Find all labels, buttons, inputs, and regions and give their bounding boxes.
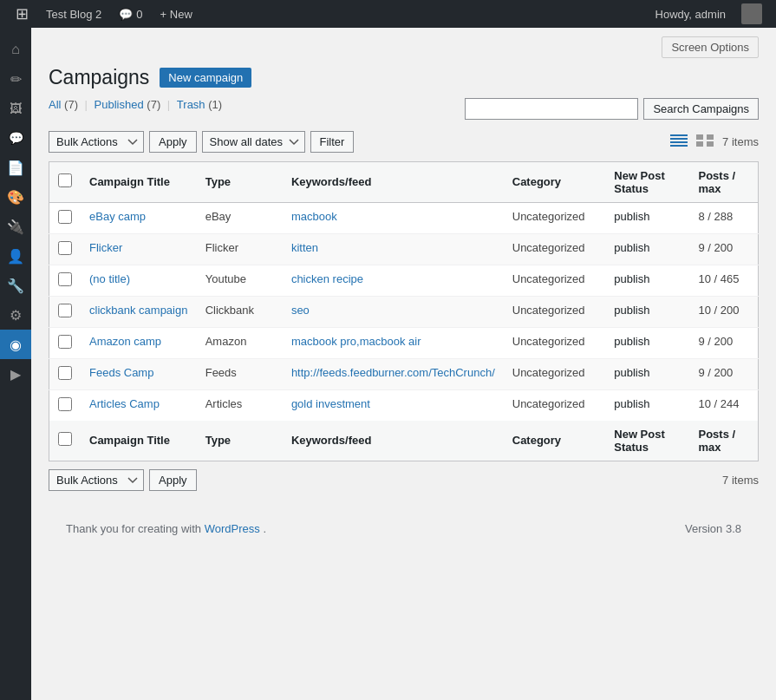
campaigns-icon: ◉ xyxy=(10,337,22,353)
filter-button[interactable]: Filter xyxy=(310,131,355,153)
campaign-title-link[interactable]: Feeds Camp xyxy=(89,366,153,379)
filter-published-link[interactable]: Published xyxy=(95,98,144,111)
row-checkbox[interactable] xyxy=(58,397,72,411)
row-checkbox[interactable] xyxy=(58,366,72,380)
column-header-category[interactable]: Category xyxy=(504,161,606,202)
sidebar-item-video[interactable]: ▶ xyxy=(0,359,31,389)
campaign-title-link[interactable]: Amazon camp xyxy=(89,335,161,348)
sidebar-item-settings[interactable]: ⚙ xyxy=(0,300,31,330)
page-title-area: Campaigns New campaign xyxy=(49,65,251,91)
row-category-cell: Uncategorized xyxy=(504,265,606,296)
published-count: (7) xyxy=(147,98,160,111)
keywords-link[interactable]: macbook pro,macbook air xyxy=(291,335,421,348)
campaign-title-link[interactable]: Flicker xyxy=(89,241,122,254)
keywords-link[interactable]: chicken recipe xyxy=(291,272,363,285)
bulk-actions-select-bottom[interactable]: Bulk Actions xyxy=(49,469,144,491)
column-header-status[interactable]: New Post Status xyxy=(605,161,689,202)
row-category-cell: Uncategorized xyxy=(504,327,606,358)
column-footer-posts[interactable]: Posts / max xyxy=(689,421,758,461)
row-checkbox-cell xyxy=(49,296,82,327)
view-switch xyxy=(667,131,717,153)
campaign-title-link[interactable]: eBay camp xyxy=(89,210,146,223)
bulk-actions-select-top[interactable]: Bulk Actions xyxy=(49,131,144,153)
select-all-checkbox-bottom[interactable] xyxy=(58,432,72,446)
search-campaigns-button[interactable]: Search Campaigns xyxy=(643,98,759,120)
column-footer-status[interactable]: New Post Status xyxy=(605,421,689,461)
comments-link[interactable]: 💬 0 xyxy=(110,0,151,28)
tablenav-bottom-right: 7 items xyxy=(722,474,759,487)
sidebar-item-media[interactable]: 🖼 xyxy=(0,94,31,123)
column-footer-keywords[interactable]: Keywords/feed xyxy=(283,421,504,461)
row-keywords-cell: macbook xyxy=(283,202,504,233)
row-checkbox-cell xyxy=(49,358,82,389)
row-checkbox-cell xyxy=(49,233,82,265)
sidebar-item-plugins[interactable]: 🔌 xyxy=(0,212,31,241)
column-header-type[interactable]: Type xyxy=(197,161,283,202)
grid-view-button[interactable] xyxy=(693,131,717,153)
sidebar-item-pages[interactable]: 📄 xyxy=(0,153,31,182)
table-row: clickbank campaign Clickbank seo Uncateg… xyxy=(49,296,759,327)
row-posts-cell: 10 / 465 xyxy=(689,265,758,296)
sidebar-item-campaigns[interactable]: ◉ xyxy=(0,330,31,359)
campaign-title-link[interactable]: clickbank campaign xyxy=(89,304,187,317)
keywords-link[interactable]: seo xyxy=(291,304,310,317)
new-content-link[interactable]: + New xyxy=(152,0,201,28)
admin-sidebar: ⌂ ✏ 🖼 💬 📄 🎨 🔌 👤 🔧 ⚙ ◉ xyxy=(0,28,31,700)
sidebar-item-users[interactable]: 👤 xyxy=(0,241,31,271)
filter-trash-link[interactable]: Trash xyxy=(177,98,205,111)
wp-logo[interactable]: ⊞ xyxy=(7,0,37,28)
select-all-checkbox-top[interactable] xyxy=(58,173,72,187)
column-header-keywords[interactable]: Keywords/feed xyxy=(283,161,504,202)
new-campaign-button[interactable]: New campaign xyxy=(160,68,251,88)
column-header-title[interactable]: Campaign Title xyxy=(81,161,197,202)
row-checkbox[interactable] xyxy=(58,241,72,255)
row-checkbox[interactable] xyxy=(58,210,72,224)
howdy-text[interactable]: Howdy, admin xyxy=(647,0,734,28)
table-footer-row: Campaign Title Type Keywords/feed Catego… xyxy=(49,421,759,461)
row-category-cell: Uncategorized xyxy=(504,296,606,327)
column-header-posts[interactable]: Posts / max xyxy=(689,161,758,202)
footer-wp-link[interactable]: WordPress xyxy=(205,522,260,535)
sidebar-item-tools[interactable]: 🔧 xyxy=(0,271,31,300)
admin-bar: ⊞ Test Blog 2 💬 0 + New Howdy, admin xyxy=(0,0,776,28)
row-category-cell: Uncategorized xyxy=(504,233,606,265)
keywords-link[interactable]: macbook xyxy=(291,210,337,223)
tablenav-left: Bulk Actions Apply Show all dates Filter xyxy=(49,131,354,153)
posts-icon: ✏ xyxy=(10,71,22,88)
row-keywords-cell: gold investment xyxy=(283,389,504,421)
site-name[interactable]: Test Blog 2 xyxy=(37,0,110,28)
search-campaigns-input[interactable] xyxy=(465,98,638,120)
settings-icon: ⚙ xyxy=(10,307,22,324)
sidebar-item-dashboard[interactable]: ⌂ xyxy=(0,35,31,64)
table-header-row: Campaign Title Type Keywords/feed Catego… xyxy=(49,161,759,202)
svg-rect-6 xyxy=(696,141,703,147)
apply-button-bottom[interactable]: Apply xyxy=(149,469,197,491)
screen-options-button[interactable]: Screen Options xyxy=(662,36,759,58)
comments-count: 0 xyxy=(136,8,142,21)
keywords-link[interactable]: http://feeds.feedburner.com/TechCrunch/ xyxy=(291,366,495,379)
column-footer-category[interactable]: Category xyxy=(504,421,606,461)
apply-button-top[interactable]: Apply xyxy=(149,131,197,153)
campaign-title-link[interactable]: (no title) xyxy=(89,272,130,285)
column-footer-type[interactable]: Type xyxy=(197,421,283,461)
row-checkbox[interactable] xyxy=(58,304,72,317)
sidebar-item-comments[interactable]: 💬 xyxy=(0,123,31,153)
filter-all-link[interactable]: All xyxy=(49,98,61,111)
plugins-icon: 🔌 xyxy=(7,219,24,235)
table-body: eBay camp eBay macbook Uncategorized pub… xyxy=(49,202,759,421)
list-view-button[interactable] xyxy=(667,131,691,153)
row-checkbox[interactable] xyxy=(58,272,72,286)
user-avatar[interactable] xyxy=(734,0,769,28)
keywords-link[interactable]: gold investment xyxy=(291,397,370,410)
keywords-link[interactable]: kitten xyxy=(291,241,318,254)
row-checkbox[interactable] xyxy=(58,335,72,349)
sidebar-item-appearance[interactable]: 🎨 xyxy=(0,182,31,212)
row-posts-cell: 10 / 200 xyxy=(689,296,758,327)
sidebar-item-posts[interactable]: ✏ xyxy=(0,64,31,94)
row-title-cell: Flicker xyxy=(81,233,197,265)
column-footer-title[interactable]: Campaign Title xyxy=(81,421,197,461)
svg-rect-1 xyxy=(670,138,688,140)
tablenav-bottom: Bulk Actions Apply 7 items xyxy=(49,465,759,496)
date-filter-select[interactable]: Show all dates xyxy=(202,131,305,153)
campaign-title-link[interactable]: Articles Camp xyxy=(89,397,160,410)
